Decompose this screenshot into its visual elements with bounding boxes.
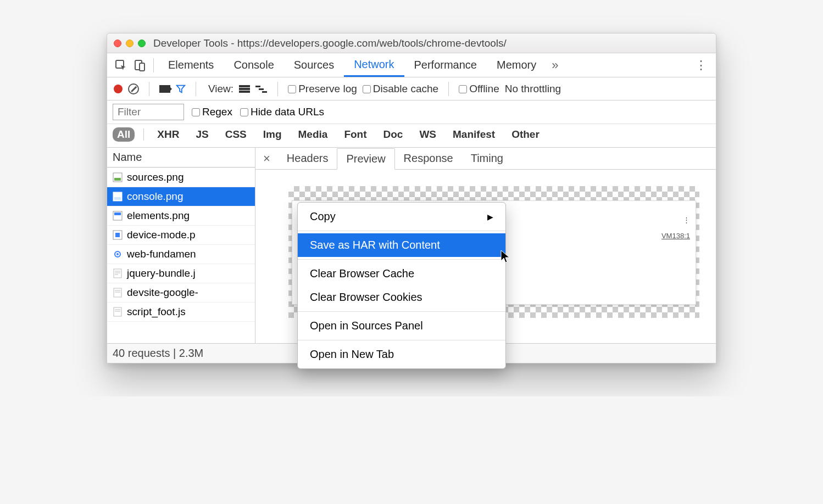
tab-elements[interactable]: Elements bbox=[158, 53, 224, 77]
submenu-arrow-icon: ▶ bbox=[487, 212, 493, 221]
filter-font[interactable]: Font bbox=[340, 127, 371, 142]
svg-rect-14 bbox=[114, 212, 121, 215]
filter-input[interactable] bbox=[113, 104, 184, 120]
requests-column: Name sources.png console.png elements.pn… bbox=[107, 148, 255, 343]
tab-memory[interactable]: Memory bbox=[487, 53, 546, 77]
filter-row: Regex Hide data URLs bbox=[107, 100, 716, 124]
filter-doc[interactable]: Doc bbox=[379, 127, 408, 142]
context-menu: Copy ▶ Save as HAR with Content Clear Br… bbox=[297, 202, 506, 369]
column-header-name[interactable]: Name bbox=[107, 148, 255, 167]
inspect-element-icon[interactable] bbox=[112, 56, 130, 75]
filter-other[interactable]: Other bbox=[507, 127, 544, 142]
filter-manifest[interactable]: Manifest bbox=[448, 127, 499, 142]
close-detail-icon[interactable]: × bbox=[255, 152, 278, 166]
image-file-icon bbox=[113, 211, 123, 221]
settings-kebab-icon[interactable]: ⋮ bbox=[691, 58, 711, 72]
list-item[interactable]: sources.png bbox=[107, 167, 255, 187]
view-overview-icon[interactable] bbox=[255, 85, 268, 93]
record-icon[interactable] bbox=[114, 85, 123, 93]
requests-list: sources.png console.png elements.png dev… bbox=[107, 167, 255, 343]
list-item[interactable]: web-fundamen bbox=[107, 245, 255, 264]
gear-icon bbox=[113, 249, 123, 259]
tabs-overflow-icon[interactable]: » bbox=[546, 58, 564, 72]
mouse-cursor-icon bbox=[501, 250, 511, 264]
toggle-device-icon[interactable] bbox=[130, 56, 149, 75]
disable-cache-checkbox[interactable]: Disable cache bbox=[363, 83, 438, 95]
screenshots-icon[interactable] bbox=[159, 85, 170, 93]
clear-icon[interactable] bbox=[128, 83, 139, 94]
svg-rect-10 bbox=[114, 178, 121, 181]
svg-rect-16 bbox=[115, 233, 120, 237]
minimize-window-icon[interactable] bbox=[126, 40, 134, 47]
script-file-icon bbox=[113, 288, 123, 298]
image-file-icon bbox=[113, 172, 123, 182]
ctx-copy[interactable]: Copy ▶ bbox=[298, 205, 505, 228]
titlebar: Developer Tools - https://developers.goo… bbox=[107, 33, 716, 53]
svg-rect-26 bbox=[114, 307, 121, 316]
detail-tab-response[interactable]: Response bbox=[395, 148, 462, 169]
svg-rect-19 bbox=[114, 269, 121, 278]
detail-tabs: × Headers Preview Response Timing bbox=[255, 148, 716, 170]
ctx-open-new-tab[interactable]: Open in New Tab bbox=[298, 343, 505, 366]
svg-rect-6 bbox=[255, 86, 260, 87]
svg-rect-2 bbox=[140, 63, 144, 71]
panel-tabs: Elements Console Sources Network Perform… bbox=[158, 53, 546, 77]
svg-rect-5 bbox=[239, 91, 250, 93]
detail-tab-headers[interactable]: Headers bbox=[278, 148, 337, 169]
tab-console[interactable]: Console bbox=[224, 53, 283, 77]
throttling-select[interactable]: No throttling bbox=[505, 83, 561, 95]
view-large-icon[interactable] bbox=[239, 85, 250, 93]
list-item[interactable]: elements.png bbox=[107, 206, 255, 226]
svg-rect-7 bbox=[259, 88, 264, 90]
ctx-clear-cookies[interactable]: Clear Browser Cookies bbox=[298, 285, 505, 309]
script-file-icon bbox=[113, 268, 123, 278]
filter-toggle-icon[interactable] bbox=[176, 84, 186, 94]
svg-rect-12 bbox=[114, 197, 121, 200]
list-item[interactable]: console.png bbox=[107, 187, 255, 206]
ctx-open-sources[interactable]: Open in Sources Panel bbox=[298, 314, 505, 338]
status-requests: 40 requests | 2.3M bbox=[113, 347, 203, 360]
list-item[interactable]: jquery-bundle.j bbox=[107, 264, 255, 283]
traffic-lights bbox=[114, 40, 146, 47]
tab-performance[interactable]: Performance bbox=[404, 53, 487, 77]
svg-rect-3 bbox=[239, 85, 250, 87]
image-file-icon bbox=[113, 230, 123, 240]
zoom-window-icon[interactable] bbox=[138, 40, 146, 47]
devtools-window: Developer Tools - https://developers.goo… bbox=[107, 33, 716, 363]
list-item[interactable]: devsite-google- bbox=[107, 283, 255, 303]
list-item[interactable]: device-mode.p bbox=[107, 226, 255, 245]
hide-data-urls-checkbox[interactable]: Hide data URLs bbox=[240, 106, 324, 118]
panel-tabs-row: Elements Console Sources Network Perform… bbox=[107, 53, 716, 77]
filter-css[interactable]: CSS bbox=[221, 127, 251, 142]
regex-checkbox[interactable]: Regex bbox=[192, 106, 232, 118]
type-filter-row: All XHR JS CSS Img Media Font Doc WS Man… bbox=[107, 124, 716, 148]
filter-media[interactable]: Media bbox=[294, 127, 332, 142]
offline-checkbox[interactable]: Offline bbox=[459, 83, 499, 95]
filter-all[interactable]: All bbox=[113, 127, 135, 142]
filter-img[interactable]: Img bbox=[259, 127, 286, 142]
network-toolbar: View: Preserve log Disable cache Offline… bbox=[107, 77, 716, 100]
ctx-clear-cache[interactable]: Clear Browser Cache bbox=[298, 262, 505, 285]
svg-rect-23 bbox=[114, 288, 121, 297]
window-title: Developer Tools - https://developers.goo… bbox=[153, 37, 507, 49]
filter-ws[interactable]: WS bbox=[415, 127, 441, 142]
svg-rect-8 bbox=[262, 91, 267, 93]
preserve-log-checkbox[interactable]: Preserve log bbox=[288, 83, 357, 95]
image-file-icon bbox=[113, 192, 123, 201]
ctx-save-har[interactable]: Save as HAR with Content bbox=[298, 233, 505, 257]
tab-sources[interactable]: Sources bbox=[284, 53, 344, 77]
tab-network[interactable]: Network bbox=[344, 53, 404, 77]
svg-point-18 bbox=[116, 253, 119, 255]
detail-tab-preview[interactable]: Preview bbox=[337, 148, 394, 170]
script-file-icon bbox=[113, 307, 123, 317]
close-window-icon[interactable] bbox=[114, 40, 121, 47]
detail-tab-timing[interactable]: Timing bbox=[462, 148, 512, 169]
svg-rect-4 bbox=[239, 88, 250, 90]
filter-js[interactable]: JS bbox=[191, 127, 213, 142]
view-label: View: bbox=[208, 83, 233, 95]
filter-xhr[interactable]: XHR bbox=[153, 127, 183, 142]
list-item[interactable]: script_foot.js bbox=[107, 303, 255, 322]
